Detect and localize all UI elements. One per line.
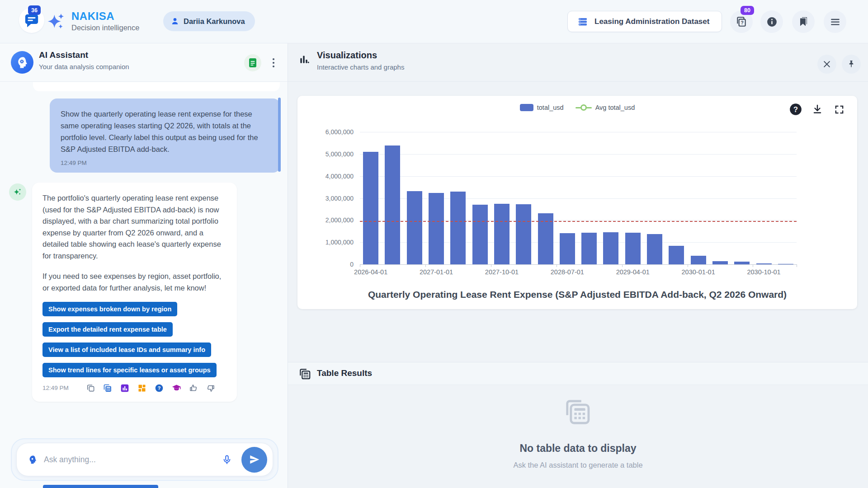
user-menu[interactable]: Dariia Karkunova [163, 11, 255, 31]
y-axis-label: 4,000,000 [326, 173, 354, 180]
x-axis-label: 2030-01-01 [667, 268, 730, 276]
ai-message-footer: 12:49 PM [42, 383, 226, 393]
bookmark-icon [798, 16, 809, 27]
bar-2029-01-01[interactable] [603, 232, 618, 264]
table-empty-state: No table data to display Ask the AI assi… [288, 398, 868, 469]
bar-2027-07-01[interactable] [472, 205, 488, 264]
mic-button[interactable] [219, 451, 235, 468]
suggested-actions: Show expenses broken down by regionExpor… [42, 302, 226, 377]
message-toolbar: ? [86, 383, 216, 393]
green-sparkles-icon [13, 187, 23, 197]
close-panel-button[interactable] [817, 55, 836, 74]
x-axis-tick [557, 264, 557, 267]
legend-label-total: total_usd [537, 104, 564, 111]
bar-2029-10-01[interactable] [669, 246, 684, 264]
suggested-action-button[interactable]: Show trend lines for specific leases or … [42, 363, 217, 377]
brand-subtitle: Decision intelligence [71, 23, 139, 32]
dataset-selector-label: Leasing Administration Dataset [594, 17, 709, 26]
bar-2028-01-01[interactable] [516, 204, 531, 264]
x-axis-tick [753, 264, 753, 267]
chat-panel-title: AI Assistant [39, 50, 88, 60]
x-axis-label: 2027-10-01 [470, 268, 533, 276]
bar-2026-04-01[interactable] [363, 152, 378, 264]
table-view-icon[interactable] [103, 383, 113, 393]
bar-2030-01-01[interactable] [691, 256, 706, 264]
bar-2027-10-01[interactable] [494, 204, 509, 264]
x-axis-tick [622, 264, 623, 267]
bar-2029-04-01[interactable] [625, 233, 641, 264]
bar-2027-01-01[interactable] [429, 193, 444, 264]
x-axis-tick [425, 264, 426, 267]
bar-2027-04-01[interactable] [450, 192, 466, 264]
bar-2026-10-01[interactable] [407, 191, 422, 264]
thumbs-up-icon[interactable] [189, 383, 198, 393]
assistant-avatar [11, 51, 33, 74]
chat-header: AI Assistant Your data analysis companio… [0, 43, 288, 82]
user-message-text: Show the quarterly operating lease rent … [61, 108, 269, 155]
learn-graduation-icon[interactable] [172, 383, 181, 393]
info-button[interactable] [760, 10, 783, 33]
green-file-icon [248, 58, 257, 68]
sparkles-icon [46, 12, 66, 32]
legend-label-avg: Avg total_usd [595, 104, 635, 111]
chart-title: Quarterly Operating Lease Rent Expense (… [297, 289, 857, 300]
chart-download-button[interactable] [811, 103, 824, 116]
user-message-bubble: Show the quarterly operating lease rent … [50, 99, 280, 173]
legend-swatch-total [520, 104, 533, 111]
y-axis-label: 1,000,000 [326, 239, 354, 246]
legend-item-total[interactable]: total_usd [520, 104, 564, 111]
suggested-action-button[interactable]: Export the detailed rent expense table [42, 322, 173, 337]
dataset-list-icon [577, 16, 589, 27]
thumbs-down-icon[interactable] [206, 383, 216, 393]
table-results-title: Table Results [317, 368, 372, 378]
bar-2026-07-01[interactable] [385, 145, 400, 264]
gridline [360, 132, 797, 132]
bar-2029-07-01[interactable] [647, 234, 662, 264]
chart-fullscreen-button[interactable] [833, 103, 845, 116]
bar-2030-04-01[interactable] [712, 261, 728, 264]
close-icon [822, 60, 831, 69]
chat-input[interactable] [44, 455, 219, 465]
help-docs-icon: ? [736, 16, 747, 28]
x-axis-label: 2030-10-01 [732, 268, 796, 276]
info-icon [766, 16, 778, 28]
pin-panel-button[interactable] [842, 55, 861, 74]
pin-icon [847, 60, 856, 69]
copy-icon[interactable] [86, 383, 95, 393]
bar-2028-10-01[interactable] [581, 233, 597, 264]
chart-help-button[interactable]: ? [789, 103, 802, 116]
bookmarks-button[interactable] [792, 10, 815, 33]
partial-message-bubble [33, 82, 280, 91]
suggested-action-button[interactable]: View a list of included lease IDs and su… [42, 343, 211, 357]
dataset-selector-button[interactable]: Leasing Administration Dataset [567, 11, 722, 32]
chat-scrollbar-thumb[interactable] [278, 98, 281, 172]
send-button[interactable] [241, 447, 267, 473]
legend-item-avg[interactable]: Avg total_usd [576, 104, 635, 111]
dashboard-grid-icon[interactable] [137, 383, 147, 393]
chat-options-button[interactable] [266, 54, 281, 71]
export-sheet-button[interactable] [244, 54, 261, 71]
chat-input-container [11, 438, 278, 481]
main-menu-button[interactable] [824, 10, 846, 33]
ai-message-paragraph: If you need to see expenses by region, a… [42, 271, 226, 294]
app-header: 36 NAKISA Decision intelligence Dariia K… [0, 0, 868, 43]
chat-logo-icon [24, 14, 39, 28]
suggested-action-button[interactable]: Show expenses broken down by region [42, 302, 177, 316]
assistant-input-icon [28, 455, 38, 465]
bar-2030-10-01[interactable] [756, 263, 772, 264]
help-circle-icon[interactable]: ? [155, 383, 164, 393]
visualizations-panel: Visualizations Interactive charts and gr… [288, 43, 868, 488]
gridline [360, 154, 797, 155]
partial-bottom-element [43, 485, 158, 488]
user-message-time: 12:49 PM [61, 160, 269, 166]
bar-2028-07-01[interactable] [560, 233, 575, 264]
bar-2031-01-01[interactable] [778, 264, 793, 265]
bar-chart-view-icon[interactable] [120, 383, 130, 393]
x-axis-label: 2028-07-01 [536, 268, 599, 276]
bar-chart-plot[interactable]: 01,000,0002,000,0003,000,0004,000,0005,0… [360, 132, 797, 264]
bar-2030-07-01[interactable] [734, 262, 750, 264]
kebab-menu-icon [272, 57, 275, 68]
average-line [360, 221, 797, 222]
notification-badge: 36 [28, 5, 41, 15]
svg-text:?: ? [793, 105, 798, 113]
